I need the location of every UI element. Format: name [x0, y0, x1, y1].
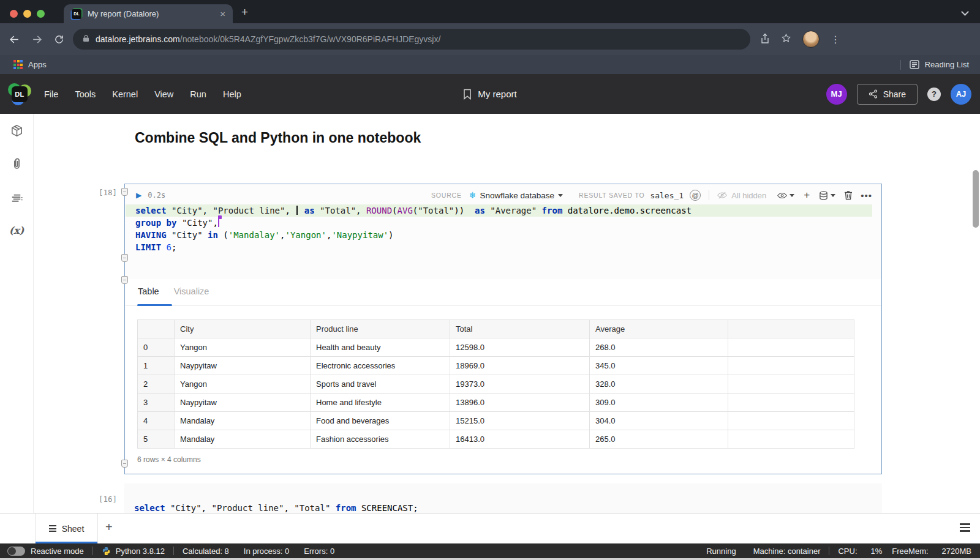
bookmark-star-icon[interactable]	[781, 33, 791, 46]
page-scrollbar-thumb[interactable]	[973, 170, 979, 228]
machine-label: Machine: container	[753, 547, 821, 556]
source-label: SOURCE	[431, 192, 462, 199]
minimize-window-button[interactable]	[23, 10, 31, 18]
sql-cell-below[interactable]: select "City", "Product line", "Total" f…	[124, 483, 882, 513]
menu-view[interactable]: View	[154, 89, 173, 99]
source-selector[interactable]: Snowflake database	[480, 191, 554, 200]
sheet-bar: Sheet +	[0, 513, 980, 543]
lock-icon[interactable]	[83, 34, 89, 45]
column-header: Product line	[311, 320, 450, 338]
calculated-count: Calculated: 8	[183, 547, 229, 556]
result-table[interactable]: CityProduct lineTotalAverage 0YangonHeal…	[137, 319, 854, 449]
table-row: 3NaypyitawHome and lifestyle13896.0309.0	[138, 394, 854, 412]
sheet-tab[interactable]: Sheet	[35, 513, 98, 543]
sheet-menu-icon[interactable]	[960, 523, 970, 532]
cell-output: Table Visualize CityProduct lineTotalAve…	[126, 279, 881, 473]
visibility-icon[interactable]	[777, 192, 787, 200]
browser-menu-icon[interactable]: ⋮	[831, 34, 840, 45]
table-row: 1NaypyitawElectronic accessories18969.03…	[138, 357, 854, 375]
variables-icon[interactable]: (x)	[9, 225, 24, 236]
user-avatar[interactable]: AJ	[951, 84, 971, 105]
code-line[interactable]: select "City", "Product line", as "Total…	[126, 204, 872, 217]
back-icon[interactable]	[9, 34, 20, 45]
attachments-icon[interactable]	[10, 157, 23, 171]
python-icon	[102, 547, 111, 556]
code-line[interactable]: group by "City",	[126, 217, 881, 229]
datalore-logo[interactable]: DL	[9, 83, 32, 106]
share-button[interactable]: Share	[857, 84, 918, 105]
bookmark-icon	[463, 89, 472, 100]
forward-icon[interactable]	[31, 34, 43, 45]
bookmarks-bar: Apps Reading List	[0, 55, 980, 74]
parameter-icon[interactable]: @	[690, 190, 701, 201]
cell-execution-label: [18]	[99, 188, 117, 197]
apps-grid-icon[interactable]	[13, 60, 23, 69]
active-tab-indicator	[137, 304, 172, 306]
eye-off-icon[interactable]	[717, 191, 727, 200]
reading-list-icon[interactable]	[910, 60, 919, 69]
snowflake-icon: ❄	[469, 190, 477, 200]
tab-search-chevron-icon[interactable]	[961, 8, 969, 16]
chevron-down-icon[interactable]	[558, 194, 563, 197]
code-line[interactable]: select "City", "Product line", "Total" f…	[124, 502, 882, 513]
cell-handle[interactable]	[121, 188, 128, 196]
delete-cell-icon[interactable]	[844, 190, 853, 200]
reactive-mode-label: Reactive mode	[31, 547, 84, 556]
menu-run[interactable]: Run	[190, 89, 206, 99]
maximize-window-button[interactable]	[37, 10, 45, 18]
cell-handle[interactable]	[121, 276, 128, 284]
new-tab-button[interactable]: +	[241, 6, 248, 19]
sql-editor[interactable]: select "City", "Product line", as "Total…	[126, 204, 881, 253]
browser-profile-avatar[interactable]	[802, 31, 820, 48]
share-page-icon[interactable]	[760, 33, 770, 46]
all-hidden-label: All hidden	[731, 191, 766, 200]
execution-time: 0.2s	[148, 191, 165, 200]
menu-help[interactable]: Help	[223, 89, 241, 99]
reading-list-label[interactable]: Reading List	[925, 60, 969, 69]
add-cell-icon[interactable]: +	[804, 189, 810, 201]
reactive-mode-toggle[interactable]	[7, 547, 25, 556]
menu-tools[interactable]: Tools	[75, 89, 96, 99]
report-title[interactable]: My report	[478, 89, 516, 99]
column-header	[728, 320, 854, 338]
result-variable-name[interactable]: sales_1	[650, 191, 684, 200]
run-cell-icon[interactable]: ▶	[136, 191, 141, 200]
sheet-icon	[49, 525, 56, 532]
url-host: datalore.jetbrains.com	[96, 34, 180, 44]
packages-icon[interactable]	[10, 124, 24, 138]
sql-cell[interactable]: ▶ 0.2s SOURCE ❄ Snowflake database RESUL…	[124, 184, 882, 474]
table-of-contents-icon[interactable]	[10, 191, 24, 205]
cell-handle[interactable]	[121, 460, 128, 468]
kernel-label[interactable]: Python 3.8.12	[116, 547, 165, 556]
share-nodes-icon	[869, 89, 878, 99]
code-line[interactable]: HAVING "City" in ('Mandalay','Yangon','N…	[126, 229, 881, 241]
address-bar[interactable]: datalore.jetbrains.com/notebook/0k5R4AZg…	[73, 29, 750, 50]
tab-visualize[interactable]: Visualize	[174, 286, 209, 296]
table-row: 2YangonSports and travel19373.0328.0	[138, 375, 854, 394]
freemem-label: FreeMem:	[892, 547, 928, 556]
close-window-button[interactable]	[10, 10, 18, 18]
chevron-down-icon[interactable]	[831, 194, 835, 197]
collaborator-avatar[interactable]: MJ	[826, 84, 847, 105]
add-sheet-button[interactable]: +	[105, 520, 113, 534]
more-options-icon[interactable]: •••	[861, 190, 872, 201]
sql-editor[interactable]: select "City", "Product line", "Total" f…	[124, 502, 882, 513]
notebook-title: Combine SQL and Python in one notebook	[135, 130, 421, 146]
tab-table[interactable]: Table	[138, 286, 159, 296]
macos-traffic-lights[interactable]	[10, 10, 45, 18]
reload-icon[interactable]	[54, 34, 64, 45]
browser-window: DL My report (Datalore) × + datalore.jet…	[0, 0, 980, 560]
chevron-down-icon[interactable]	[790, 194, 794, 197]
database-icon[interactable]	[819, 191, 828, 200]
menu-file[interactable]: File	[44, 89, 58, 99]
table-row: 4MandalayFood and beverages15215.0304.0	[138, 412, 854, 430]
menu-kernel[interactable]: Kernel	[112, 89, 138, 99]
tab-title: My report (Datalore)	[88, 9, 219, 18]
cell-handle[interactable]	[121, 254, 128, 262]
tab-close-icon[interactable]: ×	[219, 9, 227, 18]
apps-label[interactable]: Apps	[28, 60, 47, 69]
help-button[interactable]: ?	[927, 88, 941, 101]
browser-tab[interactable]: DL My report (Datalore) ×	[64, 4, 233, 23]
result-saved-label: RESULT SAVED TO	[579, 192, 644, 199]
code-line[interactable]: LIMIT 6;	[126, 241, 881, 253]
